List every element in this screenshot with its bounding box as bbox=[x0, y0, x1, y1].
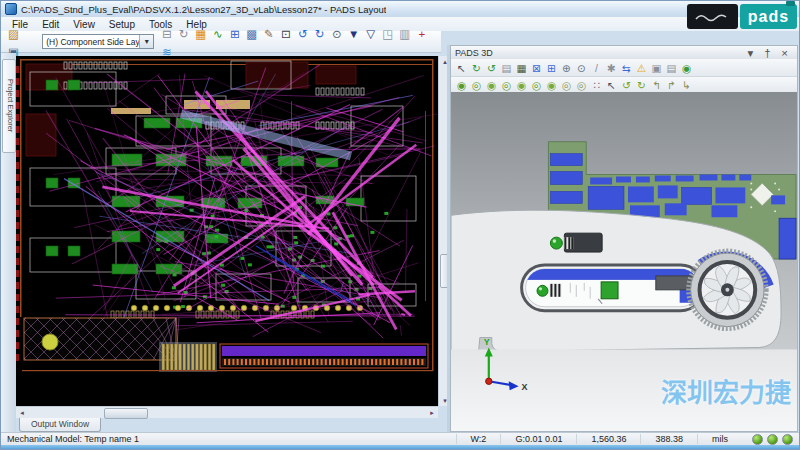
pin-icon[interactable]: † bbox=[760, 45, 775, 61]
board-view-icon[interactable]: ▤ bbox=[500, 61, 513, 75]
pads-layout-window: C:\PADS_Stnd_Plus_Eval\PADSVX.1.2\Lesson… bbox=[0, 0, 800, 450]
status-message: Mechanical Model: Temp name 1 bbox=[7, 434, 456, 444]
pcb-design-canvas[interactable] bbox=[16, 56, 438, 406]
status-field: 1,560.36 bbox=[576, 434, 640, 444]
status-field: mils bbox=[697, 434, 742, 444]
axis-y-label: Y bbox=[484, 338, 490, 348]
status-field: 388.38 bbox=[640, 434, 697, 444]
main-toolbar: ▨▣ (H) Component Side Lay ▾ ⊟↻▦∿⊞▩✎⊡↺↻⊙▼… bbox=[1, 31, 441, 53]
drafting-icon[interactable]: ✎ bbox=[261, 26, 276, 42]
zoom-window-icon[interactable]: ⊙ bbox=[575, 61, 588, 75]
view-left-icon[interactable]: ◎ bbox=[530, 78, 543, 92]
zoom-icon[interactable]: ⊙ bbox=[329, 26, 344, 42]
chevron-down-icon[interactable]: ▾ bbox=[139, 35, 153, 48]
menu-item[interactable]: Edit bbox=[35, 19, 66, 30]
cursor-3d-icon[interactable]: ↖ bbox=[605, 78, 618, 92]
padstack-icon[interactable]: ⊡ bbox=[278, 26, 293, 42]
window-title: C:\PADS_Stnd_Plus_Eval\PADSVX.1.2\Lesson… bbox=[21, 4, 386, 15]
project-explorer-tab[interactable]: Project Explorer bbox=[2, 59, 16, 153]
zoom-in-icon[interactable]: ⊕ bbox=[560, 61, 573, 75]
view-bottom-icon[interactable]: ◉ bbox=[485, 78, 498, 92]
rotate-cw-icon[interactable]: ↻ bbox=[470, 61, 483, 75]
layer-combo-value: (H) Component Side Lay bbox=[43, 37, 139, 47]
fit-view-icon[interactable]: ⇆ bbox=[620, 61, 633, 75]
menu-item[interactable]: View bbox=[66, 19, 102, 30]
clipboard-icon[interactable]: ▥ bbox=[397, 26, 412, 42]
measure-point-icon[interactable]: ✱ bbox=[605, 61, 618, 75]
display-colors-icon[interactable]: ▩ bbox=[244, 26, 259, 42]
mentor-graphics-logo bbox=[687, 4, 738, 29]
pads-3d-panel: PADS 3D ▾†× ↖↻↺▤▦⊠⊞⊕⊙/✱⇆⚠▣▤◉ ◉◎◉◎◉◎◉◎◎∷↖… bbox=[450, 45, 798, 432]
step-back-icon[interactable]: ↰ bbox=[650, 78, 663, 92]
watermark: 深圳宏力捷 bbox=[661, 372, 791, 409]
open-folder-icon[interactable]: ▨ bbox=[6, 26, 21, 42]
orbit-left-icon[interactable]: ↺ bbox=[620, 78, 633, 92]
view-iso-icon[interactable]: ◉ bbox=[455, 78, 468, 92]
filter-icon[interactable]: ▼ bbox=[346, 26, 361, 42]
box-zoom-icon[interactable]: ⊞ bbox=[545, 61, 558, 75]
rotate-ccw-icon[interactable]: ↺ bbox=[485, 61, 498, 75]
window-bottom-edge bbox=[1, 445, 799, 450]
pads-logo: pads bbox=[740, 4, 797, 29]
horizontal-scrollbar[interactable]: ◂ ▸ bbox=[16, 406, 438, 418]
status-led[interactable] bbox=[782, 434, 793, 445]
view-front-icon[interactable]: ◎ bbox=[500, 78, 513, 92]
view-spin-cw-icon[interactable]: ◎ bbox=[560, 78, 573, 92]
3d-viewport[interactable]: Y X 深圳宏力捷 bbox=[451, 92, 797, 431]
report-icon[interactable]: ▣ bbox=[650, 61, 663, 75]
scroll-right-icon[interactable]: ▸ bbox=[426, 407, 438, 419]
3d-pcb-right-edge bbox=[779, 218, 796, 259]
measure-line-icon[interactable]: / bbox=[590, 61, 603, 75]
view-back-icon[interactable]: ◉ bbox=[515, 78, 528, 92]
menu-item[interactable]: Setup bbox=[102, 19, 142, 30]
warning-icon[interactable]: ⚠ bbox=[635, 61, 648, 75]
route-icon[interactable]: ∿ bbox=[210, 26, 225, 42]
redo-icon[interactable]: ↻ bbox=[312, 26, 327, 42]
board-3d-icon[interactable]: ▦ bbox=[515, 61, 528, 75]
close-icon[interactable]: × bbox=[777, 45, 792, 61]
status-field: G:0.01 0.01 bbox=[500, 434, 576, 444]
print-icon[interactable]: ⊟ bbox=[159, 26, 174, 42]
horizontal-scroll-thumb[interactable] bbox=[104, 408, 148, 419]
app-icon bbox=[5, 3, 17, 15]
title-bar[interactable]: C:\PADS_Stnd_Plus_Eval\PADSVX.1.2\Lesson… bbox=[1, 1, 799, 17]
status-led[interactable] bbox=[767, 434, 778, 445]
windows-icon[interactable]: ◳ bbox=[380, 26, 395, 42]
output-window-tab[interactable]: Output Window bbox=[19, 418, 101, 432]
undo-icon[interactable]: ↺ bbox=[295, 26, 310, 42]
dots-separator-icon[interactable]: ∷ bbox=[590, 78, 603, 92]
step-out-icon[interactable]: ↳ bbox=[680, 78, 693, 92]
view-top-icon[interactable]: ◎ bbox=[470, 78, 483, 92]
status-led[interactable] bbox=[752, 434, 763, 445]
orbit-right-icon[interactable]: ↻ bbox=[635, 78, 648, 92]
pads-3d-titlebar[interactable]: PADS 3D ▾†× bbox=[451, 46, 797, 59]
select-cursor-icon[interactable]: ↖ bbox=[455, 61, 468, 75]
chevron-down-icon[interactable]: ▾ bbox=[743, 45, 758, 61]
funnel-icon[interactable]: ▽ bbox=[363, 26, 378, 42]
grid-icon[interactable]: ⊞ bbox=[227, 26, 242, 42]
status-field: W:2 bbox=[456, 434, 501, 444]
pads-3d-toolbar-1: ↖↻↺▤▦⊠⊞⊕⊙/✱⇆⚠▣▤◉ bbox=[451, 59, 797, 77]
measure-icon[interactable]: + bbox=[414, 26, 429, 42]
box-select-icon[interactable]: ⊠ bbox=[530, 61, 543, 75]
left-dock-strip: Project Explorer bbox=[1, 53, 16, 432]
pads-3d-title: PADS 3D bbox=[455, 48, 493, 58]
step-over-icon[interactable]: ↱ bbox=[665, 78, 678, 92]
view-spin-ccw-icon[interactable]: ◎ bbox=[575, 78, 588, 92]
refresh-icon[interactable]: ↻ bbox=[176, 26, 191, 42]
export-icon[interactable]: ▤ bbox=[665, 61, 678, 75]
axis-x-label: X bbox=[522, 382, 528, 392]
layer-combo[interactable]: (H) Component Side Lay ▾ bbox=[42, 34, 154, 49]
status-bar: Mechanical Model: Temp name 1 W:2G:0.01 … bbox=[1, 432, 799, 445]
globe-icon[interactable]: ◉ bbox=[680, 61, 693, 75]
view-right-icon[interactable]: ◉ bbox=[545, 78, 558, 92]
color-setup-icon[interactable]: ▦ bbox=[193, 26, 208, 42]
